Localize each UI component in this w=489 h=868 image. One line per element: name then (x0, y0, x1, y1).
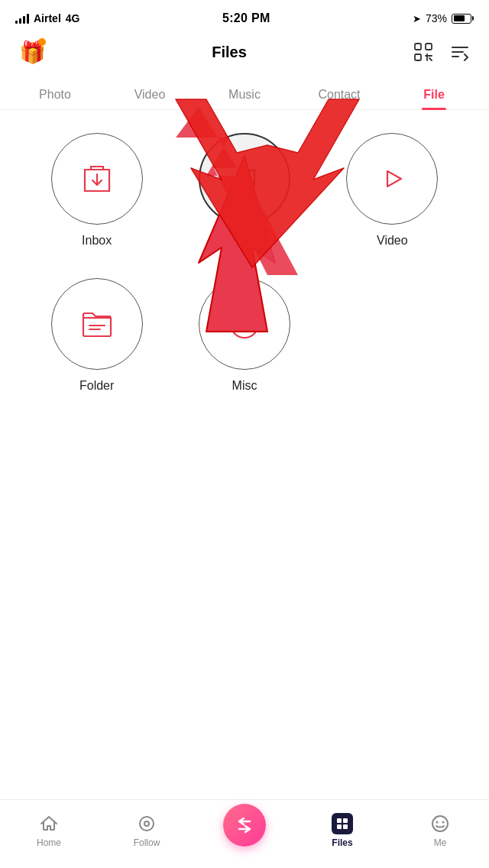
signal-icon (15, 13, 29, 24)
header-icons (410, 38, 474, 66)
sort-button[interactable] (446, 38, 474, 66)
music-item[interactable]: Music (170, 133, 318, 248)
tab-photo[interactable]: Photo (8, 88, 102, 109)
location-icon: ➤ (413, 13, 421, 24)
home-label: Home (37, 837, 61, 848)
svg-point-19 (235, 322, 239, 326)
tab-bar: Photo Video Music Contact File (0, 76, 489, 110)
status-bar: Airtel 4G 5:20 PM ➤ 73% (0, 0, 489, 34)
nav-follow[interactable]: Follow (98, 813, 196, 856)
tab-contact[interactable]: Contact (292, 88, 387, 109)
inbox-icon-circle (51, 133, 143, 225)
svg-point-27 (144, 821, 149, 826)
inbox-label: Inbox (82, 234, 112, 248)
follow-label: Follow (134, 837, 160, 848)
time-label: 5:20 PM (222, 11, 270, 25)
svg-point-10 (235, 184, 242, 192)
svg-point-32 (432, 816, 448, 831)
svg-rect-2 (415, 54, 421, 60)
files-label: Files (332, 837, 352, 848)
file-grid-row-2: Folder Misc (23, 278, 466, 393)
nav-transfer[interactable] (196, 804, 293, 865)
gift-button[interactable]: 🎁 (15, 35, 49, 69)
battery-label: 73% (426, 12, 447, 24)
file-grid-row-1: Inbox Music Video (23, 133, 466, 248)
folder-icon-circle (51, 278, 143, 370)
misc-label: Misc (232, 379, 257, 393)
music-icon-circle (199, 133, 290, 225)
battery-icon (452, 14, 474, 24)
svg-point-20 (242, 322, 246, 326)
network-label: 4G (66, 12, 80, 24)
svg-point-26 (140, 817, 154, 831)
header: 🎁 Files (0, 34, 489, 76)
video-label: Video (377, 234, 408, 248)
video-icon-circle (346, 133, 438, 225)
svg-rect-29 (343, 818, 348, 823)
status-left: Airtel 4G (15, 12, 79, 24)
svg-point-33 (436, 821, 439, 823)
gift-badge (38, 38, 46, 46)
svg-point-11 (247, 181, 254, 189)
nav-files[interactable]: Files (293, 813, 391, 856)
tab-music[interactable]: Music (197, 88, 292, 109)
folder-item[interactable]: Folder (23, 278, 170, 393)
svg-line-14 (242, 170, 254, 173)
svg-point-21 (249, 322, 253, 326)
music-label: Music (228, 234, 261, 248)
me-label: Me (434, 837, 447, 848)
svg-marker-15 (387, 171, 401, 186)
files-icon (332, 813, 353, 834)
me-icon (429, 813, 451, 834)
svg-rect-30 (337, 824, 342, 829)
transfer-button[interactable] (223, 804, 266, 847)
misc-icon-circle (199, 278, 290, 370)
bottom-nav: Home Follow (0, 799, 489, 868)
svg-rect-1 (426, 44, 432, 50)
empty-slot (319, 278, 466, 393)
status-right: ➤ 73% (413, 12, 474, 24)
carrier-label: Airtel (34, 12, 61, 24)
video-item[interactable]: Video (319, 133, 466, 248)
svg-line-5 (429, 58, 432, 60)
svg-rect-28 (337, 818, 342, 823)
svg-rect-31 (343, 824, 348, 829)
nav-home[interactable]: Home (0, 813, 98, 856)
scan-button[interactable] (410, 38, 437, 66)
tab-file[interactable]: File (387, 88, 481, 109)
home-icon (38, 813, 60, 834)
tab-video[interactable]: Video (102, 88, 197, 109)
svg-point-34 (442, 821, 445, 823)
misc-item[interactable]: Misc (170, 278, 318, 393)
nav-me[interactable]: Me (391, 813, 489, 856)
inbox-item[interactable]: Inbox (23, 133, 170, 248)
follow-icon (136, 813, 157, 834)
svg-rect-0 (415, 44, 421, 50)
page-title: Files (212, 44, 247, 61)
folder-label: Folder (79, 379, 114, 393)
